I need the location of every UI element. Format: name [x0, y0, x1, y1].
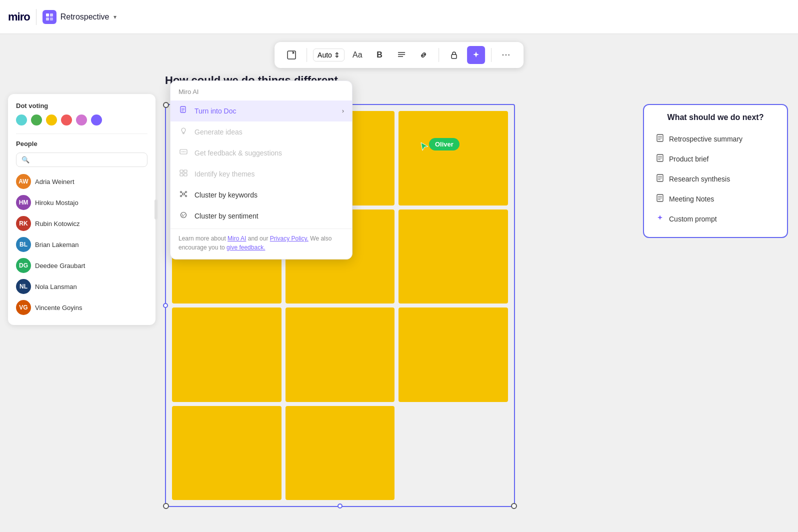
- miro-ai-link[interactable]: Miro AI: [228, 235, 246, 242]
- doc-icon-3: [656, 174, 664, 184]
- doc-icon-1: [656, 134, 664, 144]
- sticky-note-9[interactable]: [398, 308, 508, 402]
- avatar-deedee: DG: [16, 258, 31, 273]
- person-vincente[interactable]: VG Vincente Goyins: [16, 298, 148, 317]
- doc-label-product-brief: Product brief: [669, 155, 708, 163]
- left-sidebar: Dot voting People 🔍 AW Adria Weinert: [8, 94, 156, 325]
- sticky-note-3[interactable]: [398, 111, 508, 206]
- handle-mid-bottom[interactable]: [338, 504, 342, 508]
- font-size-arrows: ⇕: [334, 51, 340, 59]
- ai-menu-get-feedback: Get feedback & suggestions: [170, 142, 352, 164]
- avatar-adria: AW: [16, 174, 31, 189]
- person-rubin[interactable]: RK Rubin Kotowicz: [16, 214, 148, 233]
- lock-button[interactable]: [445, 46, 463, 64]
- ai-menu-footer: Learn more about Miro AI and our Privacy…: [170, 228, 352, 259]
- svg-rect-36: [184, 170, 187, 172]
- person-deedee[interactable]: DG Deedee Graubart: [16, 256, 148, 275]
- dot-pink[interactable]: [76, 114, 87, 126]
- doc-option-custom-prompt[interactable]: Custom prompt: [652, 209, 779, 229]
- ai-generate-ideas-label: Generate ideas: [194, 128, 344, 136]
- ai-menu-cluster-sentiment[interactable]: Cluster by sentiment: [170, 206, 352, 226]
- handle-mid-left[interactable]: [163, 303, 168, 308]
- doc-option-retrospective-summary[interactable]: Retrospective summary: [652, 129, 779, 149]
- sticky-note-7[interactable]: [172, 308, 282, 402]
- sticky-note-8[interactable]: [286, 308, 395, 402]
- svg-rect-38: [184, 174, 187, 176]
- svg-line-44: [182, 192, 182, 194]
- dot-red[interactable]: [61, 114, 72, 126]
- dot-cyan[interactable]: [16, 114, 27, 126]
- person-hiroku[interactable]: HM Hiroku Mostajo: [16, 193, 148, 212]
- toolbar-divider-2: [438, 48, 439, 62]
- font-size-selector[interactable]: Auto ⇕: [313, 48, 344, 62]
- avatar-vincente: VG: [16, 300, 31, 315]
- chevron-right-icon: ›: [342, 108, 344, 114]
- themes-icon: [178, 169, 188, 179]
- handle-bottom-left[interactable]: [163, 503, 169, 509]
- person-name-hiroku: Hiroku Mostajo: [35, 199, 78, 206]
- link-button[interactable]: [414, 46, 432, 64]
- sticky-note-11[interactable]: [286, 406, 395, 500]
- person-nola[interactable]: NL Nola Lansman: [16, 277, 148, 296]
- avatar-rubin: RK: [16, 216, 31, 231]
- ai-turn-into-doc-label: Turn into Doc: [194, 107, 336, 115]
- cursor-label-oliver: Oliver: [429, 138, 460, 150]
- person-brian[interactable]: BL Brian Lakeman: [16, 235, 148, 254]
- search-box[interactable]: 🔍: [16, 152, 148, 167]
- doc-option-product-brief[interactable]: Product brief: [652, 149, 779, 169]
- toolbar-divider-3: [491, 48, 492, 62]
- canvas[interactable]: Auto ⇕ Aa B: [0, 34, 798, 532]
- board-title: Retrospective: [60, 12, 110, 22]
- ai-menu-cluster-keywords[interactable]: Cluster by keywords: [170, 184, 352, 206]
- svg-point-41: [186, 192, 187, 193]
- doc-icon-4: [656, 194, 664, 204]
- ai-menu-popup: Miro AI Turn into Doc › Generate ideas G…: [170, 80, 352, 260]
- people-section: People 🔍 AW Adria Weinert HM Hiroku Most…: [16, 140, 148, 317]
- bold-button[interactable]: B: [370, 46, 388, 64]
- svg-rect-1: [50, 14, 53, 16]
- dot-green[interactable]: [31, 114, 42, 126]
- ai-menu-turn-into-doc[interactable]: Turn into Doc ›: [170, 100, 352, 122]
- ai-menu-generate-ideas: Generate ideas: [170, 122, 352, 142]
- person-name-rubin: Rubin Kotowicz: [35, 220, 80, 228]
- svg-point-43: [186, 196, 187, 197]
- align-button[interactable]: [392, 46, 410, 64]
- doc-label-research-synthesis: Research synthesis: [669, 175, 730, 183]
- sidebar-resize-handle[interactable]: [154, 200, 158, 220]
- svg-point-32: [182, 152, 182, 152]
- font-aa-button[interactable]: Aa: [348, 46, 366, 64]
- svg-rect-8: [452, 54, 456, 58]
- avatar-brian: BL: [16, 237, 31, 252]
- ai-menu-identify-themes: Identify key themes: [170, 164, 352, 184]
- ai-identify-themes-label: Identify key themes: [194, 170, 344, 178]
- sticky-note-6[interactable]: [398, 210, 508, 304]
- sticky-note-10[interactable]: [172, 406, 282, 500]
- sticky-note-tool-button[interactable]: [282, 46, 300, 64]
- svg-line-45: [184, 192, 186, 194]
- dot-yellow[interactable]: [46, 114, 57, 126]
- board-title-area[interactable]: Retrospective ▾: [42, 10, 116, 24]
- feedback-icon: [178, 148, 188, 158]
- footer-text-2: and our: [248, 235, 270, 242]
- svg-point-34: [184, 152, 186, 152]
- toolbar: Auto ⇕ Aa B: [274, 42, 524, 68]
- dot-purple[interactable]: [91, 114, 102, 126]
- give-feedback-link[interactable]: give feedback.: [226, 244, 265, 251]
- right-panel-title: What should we do next?: [652, 113, 779, 122]
- person-name-nola: Nola Lansman: [35, 283, 77, 290]
- more-options-button[interactable]: ···: [498, 46, 516, 64]
- privacy-policy-link[interactable]: Privacy Policy.: [270, 235, 308, 242]
- person-name-deedee: Deedee Graubart: [35, 262, 85, 270]
- doc-option-meeting-notes[interactable]: Meeting Notes: [652, 189, 779, 209]
- ai-sparkle-button[interactable]: [467, 46, 485, 64]
- handle-top-left[interactable]: [163, 102, 169, 108]
- handle-bottom-right[interactable]: [511, 503, 517, 509]
- svg-point-40: [180, 192, 182, 193]
- svg-line-46: [182, 194, 182, 196]
- doc-option-research-synthesis[interactable]: Research synthesis: [652, 169, 779, 189]
- cluster-sentiment-icon: [178, 211, 188, 221]
- person-adria[interactable]: AW Adria Weinert: [16, 172, 148, 191]
- doc-label-custom-prompt: Custom prompt: [669, 215, 717, 223]
- people-list: AW Adria Weinert HM Hiroku Mostajo RK Ru…: [16, 172, 148, 317]
- chevron-down-icon: ▾: [114, 14, 116, 20]
